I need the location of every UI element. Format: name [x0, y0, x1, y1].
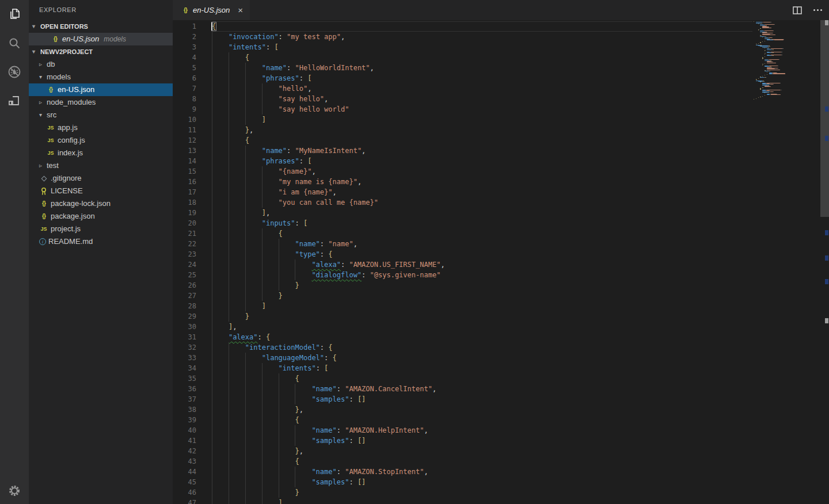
split-editor-icon[interactable] — [793, 6, 802, 14]
code-token: , — [440, 261, 444, 269]
code-token: : — [362, 271, 370, 279]
code-text: "name": "HelloWorldIntent", — [212, 63, 374, 73]
line-number: 23 — [173, 249, 196, 259]
code-token: : — [266, 43, 274, 51]
code-token: "{name}" — [279, 167, 312, 175]
tree-item-license[interactable]: LICENSE — [29, 185, 173, 197]
tree-item-test[interactable]: ▹test — [29, 159, 173, 172]
minimap-line — [762, 28, 771, 28]
minimap-line — [765, 48, 765, 48]
explorer-sidebar: EXPLORER ▾ OPEN EDITORS {}en-US.jsonmode… — [29, 0, 173, 504]
code-token: [] — [358, 437, 366, 445]
activity-bar-item-settings[interactable] — [0, 476, 29, 504]
code-token: , — [341, 33, 345, 41]
tree-item-index-js[interactable]: JSindex.js — [29, 147, 173, 159]
code-token: "AMAZON.HelpIntent" — [345, 426, 424, 434]
tree-item-label: en-US.json — [58, 83, 94, 96]
code-line: 34 "intents": [ — [173, 363, 752, 373]
code-line: 30 ], — [173, 322, 752, 332]
code-text: ] — [212, 498, 283, 504]
minimap-line — [760, 77, 764, 78]
code-token: , — [353, 240, 358, 248]
code-token: { — [333, 354, 337, 362]
activity-bar-item-explorer[interactable] — [0, 0, 29, 29]
code-token: : — [349, 395, 357, 403]
tree-item-label: app.js — [58, 121, 78, 134]
line-number: 14 — [173, 156, 196, 166]
minimap-line — [773, 30, 774, 31]
chevron-right-icon[interactable]: ▹ — [39, 96, 47, 109]
code-text: ], — [212, 208, 270, 218]
close-tab-icon[interactable]: × — [238, 6, 243, 14]
code-text: "type": { — [212, 249, 333, 259]
tree-item-app-js[interactable]: JSapp.js — [29, 121, 173, 134]
minimap-line — [771, 94, 781, 95]
line-number: 12 — [173, 135, 196, 146]
project-section-header[interactable]: ▾ NEWV2PROJECT — [29, 45, 173, 58]
code-token: "samples" — [311, 395, 349, 403]
code-line: 36 "name": "AMAZON.CancelIntent", — [173, 384, 752, 394]
tree-item-node-modules[interactable]: ▹node_modules — [29, 96, 173, 109]
minimap-line — [773, 55, 774, 56]
code-token: } — [295, 406, 299, 414]
tree-item-package-json[interactable]: {}package.json — [29, 210, 173, 223]
code-line: 43 { — [173, 456, 752, 467]
minimap-line — [762, 23, 762, 24]
tree-item-project-js[interactable]: JSproject.js — [29, 223, 173, 235]
tree-item-models[interactable]: ▾models — [29, 71, 173, 83]
code-token: "interactionModel" — [245, 343, 320, 352]
code-text: "say hello world" — [212, 104, 349, 114]
minimap-line — [778, 68, 778, 68]
tree-item-package-lock-json[interactable]: {}package-lock.json — [29, 197, 173, 210]
tab-en-us-json[interactable]: {} en-US.json × — [173, 0, 250, 20]
code-token: "name" — [262, 64, 287, 72]
tree-item-label: index.js — [58, 147, 83, 159]
activity-bar-item-search[interactable] — [0, 29, 29, 58]
tree-item-en-us-json[interactable]: {}en-US.json — [29, 83, 173, 96]
activity-bar-item-debug[interactable] — [0, 58, 29, 86]
code-text: { — [212, 21, 216, 32]
tree-item--gitignore[interactable]: .gitignore — [29, 172, 173, 185]
minimap-line — [760, 82, 760, 82]
minimap-line — [769, 92, 769, 93]
code-line: 6 "phrases": [ — [173, 73, 752, 83]
code-editor[interactable]: 1{2 "invocation": "my test app",3 "inten… — [173, 20, 752, 504]
minimap[interactable] — [752, 20, 820, 504]
tree-item-src[interactable]: ▾src — [29, 109, 173, 121]
tree-item-label: models — [47, 71, 71, 83]
vscode-window: EXPLORER ▾ OPEN EDITORS {}en-US.jsonmode… — [0, 0, 829, 504]
code-text: "intents": [ — [212, 42, 279, 52]
code-token: } — [279, 292, 283, 300]
open-editor-item[interactable]: {}en-US.jsonmodels — [29, 33, 173, 45]
chevron-right-icon[interactable]: ▹ — [39, 58, 47, 71]
minimap-line — [766, 36, 766, 37]
chevron-right-icon[interactable]: ▹ — [39, 159, 47, 172]
line-number: 4 — [173, 52, 196, 63]
code-token: , — [307, 85, 311, 93]
code-token: "i am {name}" — [279, 188, 333, 196]
code-line: 8 "say hello", — [173, 94, 752, 104]
tree-item-db[interactable]: ▹db — [29, 58, 173, 71]
line-number: 3 — [173, 42, 196, 52]
more-actions-icon[interactable] — [811, 7, 824, 13]
line-number: 41 — [173, 436, 196, 446]
code-line: 15 "{name}", — [173, 166, 752, 177]
code-text: ] — [212, 301, 266, 311]
chevron-down-icon[interactable]: ▾ — [39, 71, 47, 83]
code-token: , — [333, 188, 337, 196]
activity-bar-item-extensions[interactable] — [0, 86, 29, 115]
chevron-down-icon[interactable]: ▾ — [39, 109, 47, 121]
code-text: "i am {name}", — [212, 187, 337, 197]
code-token: : — [316, 364, 324, 372]
chevron-down-icon[interactable]: ▾ — [32, 20, 40, 33]
code-token: "you can call me {name}" — [279, 198, 378, 207]
minimap-line — [762, 35, 775, 35]
code-token: "name" — [311, 385, 336, 393]
minimap-line — [765, 50, 766, 51]
open-editors-header[interactable]: ▾ OPEN EDITORS — [29, 20, 173, 33]
scrollbar-thumb[interactable] — [820, 20, 829, 217]
minimap-line — [765, 41, 765, 41]
chevron-down-icon[interactable]: ▾ — [32, 45, 40, 58]
tree-item-config-js[interactable]: JSconfig.js — [29, 134, 173, 147]
tree-item-readme-md[interactable]: iREADME.md — [29, 235, 173, 248]
